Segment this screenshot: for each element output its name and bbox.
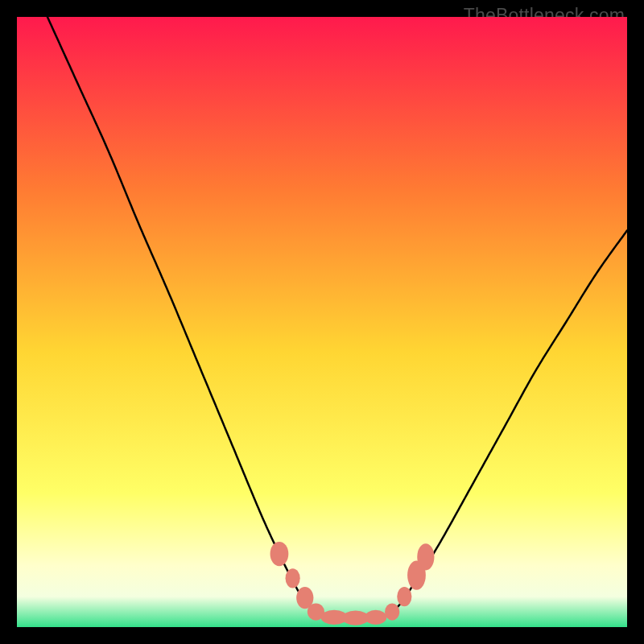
marker-right-4: [417, 543, 434, 570]
chart-frame: TheBottleneck.com: [0, 0, 644, 644]
chart-svg: [17, 17, 627, 627]
marker-left-1: [270, 542, 289, 566]
plot-area: [17, 17, 627, 627]
marker-bottom-3: [365, 610, 386, 625]
gradient-background: [17, 17, 627, 627]
marker-right-1: [385, 603, 399, 620]
marker-left-2: [286, 568, 300, 588]
marker-right-2: [397, 587, 411, 606]
